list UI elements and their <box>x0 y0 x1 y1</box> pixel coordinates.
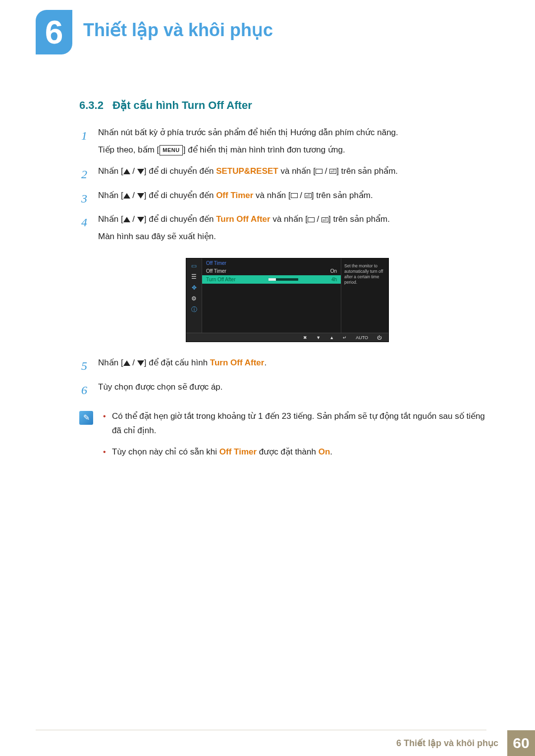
osd-row-label: Turn Off After <box>206 277 235 282</box>
subsection-number: 6.3.2 <box>79 99 104 111</box>
highlight-off-timer: Off Timer <box>216 191 253 200</box>
text: Tùy chọn này chỉ có sẵn khi <box>112 447 219 456</box>
osd-row-off-timer: Off Timer On <box>202 267 341 275</box>
monitor-icon: ▭ <box>190 262 199 269</box>
osd-row-label: Off Timer <box>206 268 226 274</box>
osd-close-icon: ✖ <box>303 335 307 340</box>
gear-icon: ⚙ <box>190 295 199 302</box>
chapter-title: Thiết lập và khôi phục <box>83 20 273 41</box>
step-5: 5 Nhấn [ / ] để đặt cấu hình Turn Off Af… <box>79 356 495 376</box>
step-3: 3 Nhấn [ / ] để di chuyển đến Off Timer … <box>79 189 495 209</box>
osd-help-text: Set the monitor to automatically turn of… <box>341 258 388 333</box>
select-icon <box>308 217 315 222</box>
text: Nhấn nút bất kỳ ở phía trước sản phẩm để… <box>98 128 398 137</box>
step-number: 3 <box>79 189 89 209</box>
select-icon <box>316 169 322 174</box>
highlight-off-timer: Off Timer <box>219 447 257 456</box>
subsection-title: Đặt cấu hình Turn Off After <box>112 99 252 111</box>
osd-title: Off Timer <box>202 258 341 267</box>
note-item: Tùy chọn này chỉ có sẵn khi Off Timer đư… <box>102 445 495 459</box>
text: và nhấn [ <box>253 191 290 200</box>
step-number: 5 <box>79 356 89 376</box>
highlight-setup-reset: SETUP&RESET <box>216 166 278 176</box>
move-icon: ✥ <box>190 284 199 291</box>
select-icon <box>291 193 298 198</box>
text: ] trên sản phẩm. <box>336 166 398 176</box>
osd-slider <box>268 278 298 281</box>
text: Nhấn [ <box>98 358 123 367</box>
page-header: 6 Thiết lập và khôi phục <box>36 10 505 54</box>
arrow-down-icon <box>137 360 144 366</box>
step-1: 1 Nhấn nút bất kỳ ở phía trước sản phẩm … <box>79 126 495 160</box>
step-6: 6 Tùy chọn được chọn sẽ được áp. <box>79 380 495 401</box>
osd-enter-icon: ↵ <box>343 335 347 340</box>
enter-icon <box>329 169 336 174</box>
text: ] để di chuyển đến <box>144 214 216 224</box>
step-body: Tùy chọn được chọn sẽ được áp. <box>98 380 495 398</box>
text: ] để hiển thị màn hình trình đơn tương ứ… <box>183 145 345 154</box>
chapter-number-badge: 6 <box>36 10 72 54</box>
text: ] để di chuyển đến <box>144 166 216 176</box>
text: ] để di chuyển đến <box>144 191 216 200</box>
step-number: 6 <box>79 380 89 401</box>
text: Màn hình sau đây sẽ xuất hiện. <box>98 230 495 244</box>
step-2: 2 Nhấn [ / ] để di chuyển đến SETUP&RESE… <box>79 164 495 185</box>
osd-up-icon: ▲ <box>329 335 334 340</box>
enter-icon <box>321 217 328 222</box>
osd-sidebar: ▭ ☰ ✥ ⚙ ⓘ <box>186 258 202 333</box>
step-number: 1 <box>79 126 89 146</box>
text: Nhấn [ <box>98 166 123 176</box>
arrow-down-icon <box>137 193 144 199</box>
text: . <box>330 447 332 456</box>
arrow-down-icon <box>137 217 144 222</box>
text: được đặt thành <box>257 447 319 456</box>
step-body: Nhấn [ / ] để di chuyển đến Turn Off Aft… <box>98 212 495 247</box>
step-body: Nhấn [ / ] để di chuyển đến SETUP&RESET … <box>98 164 495 182</box>
step-body: Nhấn [ / ] để di chuyển đến Off Timer và… <box>98 189 495 206</box>
footer-chapter-label: 6 Thiết lập và khôi phục <box>387 730 507 756</box>
osd-menu: Off Timer Off Timer On Turn Off After 4h <box>202 258 341 333</box>
arrow-up-icon <box>123 217 130 222</box>
text: . <box>264 358 267 367</box>
osd-down-icon: ▼ <box>316 335 321 340</box>
note-body: Có thể đặt hẹn giờ tắt trong khoảng từ 1… <box>102 409 495 466</box>
info-icon: ⓘ <box>190 306 199 313</box>
text: Nhấn [ <box>98 191 123 200</box>
enter-icon <box>305 193 312 198</box>
arrow-up-icon <box>123 360 130 366</box>
note-icon: ✎ <box>79 411 93 425</box>
step-4: 4 Nhấn [ / ] để di chuyển đến Turn Off A… <box>79 212 495 247</box>
menu-key-icon: MENU <box>160 145 182 155</box>
osd-row-value: 4h <box>331 277 337 282</box>
text: ] để đặt cấu hình <box>144 358 210 367</box>
footer-page-number: 60 <box>507 730 535 756</box>
arrow-up-icon <box>123 169 130 174</box>
text: Tiếp theo, bấm [ <box>98 145 159 154</box>
text: Nhấn [ <box>98 214 123 224</box>
subsection-heading: 6.3.2 Đặt cấu hình Turn Off After <box>79 99 495 112</box>
osd-row-value: On <box>330 268 337 274</box>
page-footer: 6 Thiết lập và khôi phục 60 <box>387 730 535 756</box>
osd-power-icon: ⏻ <box>377 335 381 340</box>
arrow-down-icon <box>137 169 144 174</box>
highlight-on: On <box>319 447 330 456</box>
list-icon: ☰ <box>190 273 199 280</box>
text: ] trên sản phẩm. <box>328 214 390 224</box>
osd-screenshot: ▭ ☰ ✥ ⚙ ⓘ Off Timer Off Timer On Turn <box>186 258 389 342</box>
arrow-up-icon <box>123 193 130 199</box>
osd-nav-bar: ✖ ▼ ▲ ↵ AUTO ⏻ <box>186 333 388 342</box>
text: và nhấn [ <box>270 214 308 224</box>
step-number: 2 <box>79 164 89 185</box>
highlight-turn-off-after: Turn Off After <box>216 214 270 224</box>
text: Tùy chọn được chọn sẽ được áp. <box>98 380 495 395</box>
note-item: Có thể đặt hẹn giờ tắt trong khoảng từ 1… <box>102 409 495 438</box>
highlight-turn-off-after: Turn Off After <box>210 358 265 367</box>
osd-auto-label: AUTO <box>356 335 368 340</box>
osd-row-turn-off-after: Turn Off After 4h <box>202 275 341 284</box>
note-block: ✎ Có thể đặt hẹn giờ tắt trong khoảng từ… <box>79 409 495 466</box>
text: và nhấn [ <box>278 166 316 176</box>
step-number: 4 <box>79 212 89 233</box>
text: ] trên sản phẩm. <box>312 191 373 200</box>
step-body: Nhấn [ / ] để đặt cấu hình Turn Off Afte… <box>98 356 495 373</box>
step-body: Nhấn nút bất kỳ ở phía trước sản phẩm để… <box>98 126 495 160</box>
